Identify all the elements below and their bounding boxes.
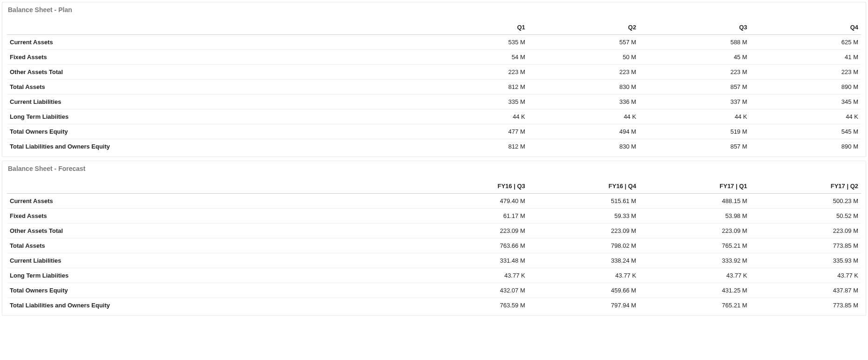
table-row: Total Owners Equity 432.07 M 459.66 M 43…	[7, 283, 861, 298]
card-plan-title: Balance Sheet - Plan	[7, 2, 861, 20]
table-row: Total Assets 763.66 M 798.02 M 765.21 M …	[7, 238, 861, 253]
row-label: Other Assets Total	[7, 65, 417, 80]
cell-value: 44 K	[417, 109, 528, 124]
cell-value: 812 M	[417, 139, 528, 154]
cell-value: 519 M	[639, 124, 750, 139]
cell-value: 625 M	[750, 35, 861, 50]
plan-header-row: Q1 Q2 Q3 Q4	[7, 20, 861, 35]
row-label: Other Assets Total	[7, 224, 417, 238]
table-row: Current Liabilities 331.48 M 338.24 M 33…	[7, 253, 861, 268]
cell-value: 773.85 M	[750, 238, 861, 253]
cell-value: 545 M	[750, 124, 861, 139]
cell-value: 812 M	[417, 80, 528, 95]
cell-value: 336 M	[528, 95, 639, 109]
row-label: Current Liabilities	[7, 95, 417, 109]
cell-value: 857 M	[639, 80, 750, 95]
cell-value: 763.66 M	[417, 238, 528, 253]
forecast-header-fy17q1: FY17 | Q1	[639, 179, 750, 194]
cell-value: 335 M	[417, 95, 528, 109]
row-label: Total Liabilities and Owners Equity	[7, 298, 417, 313]
row-label: Current Assets	[7, 194, 417, 209]
table-row: Other Assets Total 223 M 223 M 223 M 223…	[7, 65, 861, 80]
cell-value: 50.52 M	[750, 209, 861, 224]
row-label: Fixed Assets	[7, 50, 417, 65]
cell-value: 557 M	[528, 35, 639, 50]
cell-value: 588 M	[639, 35, 750, 50]
cell-value: 59.33 M	[528, 209, 639, 224]
plan-header-q1: Q1	[417, 20, 528, 35]
table-row: Long Term Liabiities 44 K 44 K 44 K 44 K	[7, 109, 861, 124]
cell-value: 459.66 M	[528, 283, 639, 298]
cell-value: 798.02 M	[528, 238, 639, 253]
row-label: Current Assets	[7, 35, 417, 50]
table-row: Current Assets 479.40 M 515.61 M 488.15 …	[7, 194, 861, 209]
forecast-header-blank	[7, 179, 417, 194]
cell-value: 44 K	[639, 109, 750, 124]
row-label: Fixed Assets	[7, 209, 417, 224]
row-label: Current Liabilities	[7, 253, 417, 268]
cell-value: 223 M	[417, 65, 528, 80]
cell-value: 223 M	[639, 65, 750, 80]
cell-value: 830 M	[528, 139, 639, 154]
table-row: Current Liabilities 335 M 336 M 337 M 34…	[7, 95, 861, 109]
cell-value: 54 M	[417, 50, 528, 65]
cell-value: 773.85 M	[750, 298, 861, 313]
forecast-header-fy16q3: FY16 | Q3	[417, 179, 528, 194]
cell-value: 223 M	[750, 65, 861, 80]
cell-value: 53.98 M	[639, 209, 750, 224]
row-label: Long Term Liabiities	[7, 109, 417, 124]
cell-value: 345 M	[750, 95, 861, 109]
plan-header-q3: Q3	[639, 20, 750, 35]
cell-value: 331.48 M	[417, 253, 528, 268]
table-row: Total Liabilities and Owners Equity 812 …	[7, 139, 861, 154]
cell-value: 494 M	[528, 124, 639, 139]
table-row: Total Liabilities and Owners Equity 763.…	[7, 298, 861, 313]
table-row: Other Assets Total 223.09 M 223.09 M 223…	[7, 224, 861, 238]
cell-value: 488.15 M	[639, 194, 750, 209]
cell-value: 515.61 M	[528, 194, 639, 209]
cell-value: 890 M	[750, 139, 861, 154]
cell-value: 41 M	[750, 50, 861, 65]
row-label: Total Owners Equity	[7, 283, 417, 298]
cell-value: 43.77 K	[528, 268, 639, 283]
plan-table: Q1 Q2 Q3 Q4 Current Assets 535 M 557 M 5…	[7, 20, 861, 154]
row-label: Total Assets	[7, 80, 417, 95]
forecast-header-row: FY16 | Q3 FY16 | Q4 FY17 | Q1 FY17 | Q2	[7, 179, 861, 194]
table-row: Current Assets 535 M 557 M 588 M 625 M	[7, 35, 861, 50]
cell-value: 765.21 M	[639, 298, 750, 313]
cell-value: 338.24 M	[528, 253, 639, 268]
card-forecast-title: Balance Sheet - Forecast	[7, 161, 861, 179]
cell-value: 890 M	[750, 80, 861, 95]
cell-value: 431.25 M	[639, 283, 750, 298]
cell-value: 223 M	[528, 65, 639, 80]
plan-header-blank	[7, 20, 417, 35]
card-forecast: Balance Sheet - Forecast FY16 | Q3 FY16 …	[2, 161, 866, 316]
table-row: Total Assets 812 M 830 M 857 M 890 M	[7, 80, 861, 95]
cell-value: 763.59 M	[417, 298, 528, 313]
cell-value: 535 M	[417, 35, 528, 50]
cell-value: 335.93 M	[750, 253, 861, 268]
cell-value: 44 K	[750, 109, 861, 124]
cell-value: 479.40 M	[417, 194, 528, 209]
cell-value: 43.77 K	[750, 268, 861, 283]
cell-value: 44 K	[528, 109, 639, 124]
table-row: Long Term Liabiities 43.77 K 43.77 K 43.…	[7, 268, 861, 283]
row-label: Total Assets	[7, 238, 417, 253]
cell-value: 765.21 M	[639, 238, 750, 253]
table-row: Total Owners Equity 477 M 494 M 519 M 54…	[7, 124, 861, 139]
cell-value: 50 M	[528, 50, 639, 65]
cell-value: 500.23 M	[750, 194, 861, 209]
table-row: Fixed Assets 61.17 M 59.33 M 53.98 M 50.…	[7, 209, 861, 224]
plan-header-q2: Q2	[528, 20, 639, 35]
cell-value: 333.92 M	[639, 253, 750, 268]
row-label: Long Term Liabiities	[7, 268, 417, 283]
cell-value: 830 M	[528, 80, 639, 95]
forecast-header-fy16q4: FY16 | Q4	[528, 179, 639, 194]
cell-value: 797.94 M	[528, 298, 639, 313]
row-label: Total Owners Equity	[7, 124, 417, 139]
cell-value: 223.09 M	[417, 224, 528, 238]
cell-value: 61.17 M	[417, 209, 528, 224]
cell-value: 223.09 M	[528, 224, 639, 238]
cell-value: 437.87 M	[750, 283, 861, 298]
forecast-table: FY16 | Q3 FY16 | Q4 FY17 | Q1 FY17 | Q2 …	[7, 179, 861, 312]
